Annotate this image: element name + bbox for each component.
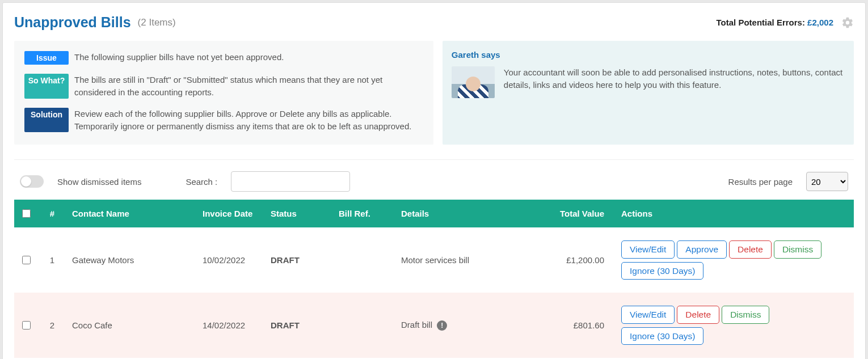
col-contact[interactable]: Contact Name — [66, 200, 197, 227]
search-label: Search : — [186, 177, 217, 187]
col-checkbox — [14, 200, 38, 227]
view-edit-button[interactable]: View/Edit — [621, 306, 675, 324]
show-dismissed-toggle[interactable] — [20, 175, 44, 188]
gear-icon[interactable] — [841, 16, 854, 29]
row-details: Motor services bill — [395, 227, 536, 293]
col-total[interactable]: Total Value — [536, 200, 610, 227]
row-num: 1 — [38, 227, 66, 293]
row-checkbox[interactable] — [22, 256, 31, 264]
table-row: 1Gateway Motors10/02/2022DRAFTMotor serv… — [14, 227, 854, 293]
delete-button[interactable]: Delete — [677, 306, 719, 324]
main-card: Unapproved Bills (2 Items) Total Potenti… — [2, 2, 866, 359]
gareth-text: Your accountant will soon be able to add… — [504, 66, 845, 98]
view-edit-button[interactable]: View/Edit — [621, 240, 675, 259]
row-status: DRAFT — [265, 227, 333, 293]
col-details[interactable]: Details — [395, 200, 536, 227]
col-status[interactable]: Status — [265, 200, 333, 227]
avatar — [452, 66, 495, 98]
sowhat-tag: So What? — [24, 74, 69, 99]
col-num[interactable]: # — [38, 200, 66, 227]
total-errors-label: Total Potential Errors: — [717, 18, 808, 27]
ignore-button[interactable]: Ignore (30 Days) — [621, 327, 703, 345]
issue-tag: Issue — [24, 51, 69, 65]
gareth-panel: Gareth says Your accountant will soon be… — [443, 41, 854, 145]
approve-button[interactable]: Approve — [677, 240, 727, 259]
controls-row: Show dismissed items Search : Results pe… — [14, 171, 854, 200]
row-ref — [333, 227, 395, 293]
row-date: 14/02/2022 — [197, 293, 265, 358]
page-title: Unapproved Bills — [14, 14, 131, 31]
solution-tag: Solution — [24, 108, 69, 133]
col-actions: Actions — [610, 200, 854, 227]
show-dismissed-label: Show dismissed items — [57, 177, 141, 187]
row-date: 10/02/2022 — [197, 227, 265, 293]
ignore-button[interactable]: Ignore (30 Days) — [621, 262, 703, 280]
row-contact: Gateway Motors — [66, 227, 197, 293]
row-num: 2 — [38, 293, 66, 358]
row-contact: Coco Cafe — [66, 293, 197, 358]
item-count: (2 Items) — [138, 17, 176, 28]
col-date[interactable]: Invoice Date — [197, 200, 265, 227]
row-total: £1,200.00 — [536, 227, 610, 293]
total-errors: Total Potential Errors: £2,002 — [717, 18, 833, 27]
info-panel: Issue The following supplier bills have … — [14, 41, 433, 145]
total-errors-amount: £2,002 — [807, 18, 833, 27]
warning-icon[interactable]: ! — [437, 320, 447, 331]
row-details: Draft bill ! — [395, 293, 536, 358]
delete-button[interactable]: Delete — [729, 240, 772, 259]
col-ref[interactable]: Bill Ref. — [333, 200, 395, 227]
row-checkbox[interactable] — [22, 321, 31, 330]
info-row: Issue The following supplier bills have … — [14, 41, 854, 145]
row-total: £801.60 — [536, 293, 610, 358]
search-input[interactable] — [231, 171, 350, 192]
row-actions: View/EditDeleteDismissIgnore (30 Days) — [610, 293, 854, 358]
rpp-select[interactable]: 20 — [806, 172, 848, 191]
header: Unapproved Bills (2 Items) Total Potenti… — [14, 14, 854, 31]
solution-text: Review each of the following supplier bi… — [74, 108, 423, 133]
dismiss-button[interactable]: Dismiss — [774, 240, 821, 259]
results-table: # Contact Name Invoice Date Status Bill … — [14, 200, 854, 358]
table-row: 2Coco Cafe14/02/2022DRAFTDraft bill !£80… — [14, 293, 854, 358]
separator — [14, 159, 854, 160]
row-ref — [333, 293, 395, 358]
gareth-title: Gareth says — [452, 50, 845, 60]
rpp-label: Results per page — [728, 177, 793, 187]
sowhat-text: The bills are still in "Draft" or "Submi… — [74, 74, 423, 99]
select-all-checkbox[interactable] — [22, 209, 31, 218]
row-actions: View/EditApproveDeleteDismissIgnore (30 … — [610, 227, 854, 293]
row-status: DRAFT — [265, 293, 333, 358]
issue-text: The following supplier bills have not ye… — [74, 51, 284, 65]
dismiss-button[interactable]: Dismiss — [722, 306, 769, 324]
